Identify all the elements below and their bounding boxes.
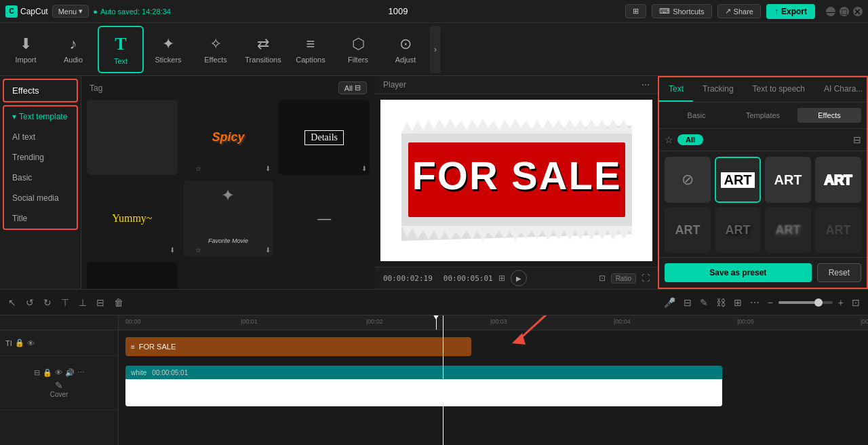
effect-shadow2[interactable]: ART (715, 207, 761, 253)
fullscreen-icon[interactable]: ⛶ (642, 273, 650, 283)
minimize-button[interactable]: — (826, 7, 835, 16)
fav-icon-spicy[interactable]: ☆ (195, 165, 201, 172)
share-icon: ↗ (725, 7, 731, 16)
right-tab-tracking[interactable]: Tracking (693, 77, 743, 102)
tool-captions[interactable]: ≡ Captions (288, 26, 334, 73)
menu-button[interactable]: Menu ▾ (52, 5, 90, 18)
zoom-in-button[interactable]: + (835, 294, 846, 311)
effect-bold-selected[interactable]: ART (715, 157, 761, 203)
nav-item-trending[interactable]: Trending (4, 147, 77, 168)
track-area: ≡ FOR SALE (119, 330, 868, 412)
tool-adjust[interactable]: ⊙ Adjust (382, 26, 429, 73)
sub-tab-templates[interactable]: Templates (731, 108, 795, 123)
split-top-button[interactable]: ⊤ (58, 294, 72, 311)
filter-sort-icon[interactable]: ⊟ (853, 134, 861, 145)
video-eye-icon[interactable]: 👁 (55, 368, 62, 376)
delete-button[interactable]: 🗑 (111, 294, 126, 311)
total-time: 00:00:05:01 (443, 274, 493, 283)
sub-tab-basic[interactable]: Basic (665, 108, 728, 123)
zoom-slider[interactable] (778, 301, 833, 304)
download-icon-yummy[interactable]: ⬇ (170, 246, 175, 254)
playhead[interactable] (436, 315, 437, 330)
reset-button[interactable]: Reset (817, 263, 861, 282)
shortcuts-button[interactable]: ⌨ Shortcuts (652, 4, 711, 18)
right-tab-ai-character[interactable]: AI Chara... (814, 77, 868, 102)
more-button[interactable]: ⋯ (747, 294, 762, 311)
effect-outline[interactable]: ART (815, 157, 861, 203)
effect-shadow1[interactable]: ART (665, 207, 711, 253)
template-item-yummy[interactable]: Yummy~ ⬇ (87, 180, 178, 256)
effects-header[interactable]: Effects (3, 79, 78, 102)
close-button[interactable]: ✕ (853, 7, 863, 16)
text-lock-icon[interactable]: 🔒 (15, 338, 24, 347)
tool-filters[interactable]: ⬡ Filters (335, 26, 381, 73)
template-item-movie[interactable]: ✦ Favorite Movie ☆ ⬇ (183, 180, 274, 256)
snap-button[interactable]: ⊞ (731, 294, 745, 311)
download-icon-spicy[interactable]: ⬇ (265, 165, 271, 172)
select-tool-button[interactable]: ↖ (5, 294, 19, 311)
video-track[interactable]: white 00:00:05:01 (125, 366, 722, 406)
undo-button[interactable]: ↺ (23, 294, 37, 311)
for-sale-track[interactable]: ≡ FOR SALE (125, 337, 471, 356)
layout-button[interactable]: ⊞ (625, 4, 646, 18)
nav-item-basic[interactable]: Basic (4, 168, 77, 188)
nav-item-social-media[interactable]: Social media (4, 188, 77, 208)
template-item-dash[interactable]: — (279, 180, 370, 256)
tool-import[interactable]: ⬇ Import (3, 26, 49, 73)
nav-item-title[interactable]: Title (4, 208, 77, 229)
tool-text[interactable]: T Text (98, 26, 144, 73)
tool-audio[interactable]: ♪ Audio (50, 26, 96, 73)
mic-button[interactable]: 🎤 (661, 294, 678, 311)
redo-button[interactable]: ↻ (41, 294, 54, 311)
export-button[interactable]: ↑ Export (766, 4, 815, 19)
screenshot-icon[interactable]: ⊡ (599, 273, 606, 283)
nav-item-text-template[interactable]: Text template (4, 107, 77, 127)
effect-white-bold[interactable]: ART (765, 157, 811, 203)
effect-blur[interactable]: ART (765, 207, 811, 253)
zoom-out-button[interactable]: − (765, 294, 776, 311)
edit-mode-button[interactable]: ✎ (697, 294, 711, 311)
timeline-toolbar: ↖ ↺ ↻ ⊤ ⊥ ⊟ 🗑 🎤 ⊟ ✎ ⛓ ⊞ ⋯ − + ⊡ (0, 290, 868, 315)
adjust-label: Adjust (395, 56, 416, 64)
time-mark-6: |00:0 (861, 318, 868, 325)
download-icon-movie[interactable]: ⬇ (265, 246, 271, 254)
template-item-empty[interactable] (87, 100, 178, 175)
split-mid-button[interactable]: ⊟ (94, 294, 107, 311)
maximize-button[interactable]: □ (840, 7, 849, 16)
tool-transitions[interactable]: ⇄ Transitions (240, 26, 286, 73)
right-tab-text-to-speech[interactable]: Text to speech (743, 77, 814, 102)
tool-stickers[interactable]: ✦ Stickers (145, 26, 191, 73)
ratio-button[interactable]: Ratio (611, 273, 636, 284)
template-item-details[interactable]: Details ⬇ (279, 100, 370, 175)
effect-none[interactable]: ⊘ (665, 157, 711, 203)
all-filter-button[interactable]: All ⊟ (338, 81, 367, 94)
link-tracks-button[interactable]: ⊟ (681, 294, 694, 311)
split-bottom-button[interactable]: ⊥ (76, 294, 90, 311)
text-eye-icon[interactable]: 👁 (27, 339, 35, 347)
video-lock-icon[interactable]: 🔒 (43, 368, 52, 377)
save-preset-button[interactable]: Save as preset (665, 263, 812, 282)
share-button[interactable]: ↗ Share (717, 4, 761, 18)
spicy-preview: Spicy (212, 130, 244, 144)
template-item-water[interactable]: New Water Bottle ↺ (183, 262, 274, 289)
right-tab-text[interactable]: Text (659, 77, 693, 102)
chain-button[interactable]: ⛓ (713, 294, 728, 311)
filter-star-icon[interactable]: ☆ (665, 134, 673, 145)
play-button[interactable]: ▶ (511, 270, 527, 286)
video-audio-icon[interactable]: 🔊 (65, 368, 75, 377)
player-menu-icon[interactable]: ⋯ (642, 80, 650, 90)
template-item-forsale[interactable]: FOR SALE ⬇ (87, 262, 178, 289)
sub-tab-effects[interactable]: Effects (797, 108, 861, 123)
fav-icon-movie[interactable]: ☆ (195, 246, 201, 254)
effect-neon[interactable]: ART (815, 207, 861, 253)
video-more-icon[interactable]: ⋯ (77, 368, 85, 377)
tool-effects[interactable]: ✧ Effects (193, 26, 239, 73)
cover-section[interactable]: ✎ Cover (50, 380, 68, 398)
download-icon-details[interactable]: ⬇ (361, 165, 367, 172)
filter-all-button[interactable]: All (677, 134, 703, 145)
toolbar-expand-button[interactable]: › (430, 26, 441, 73)
timeline-layout-icon[interactable]: ⊞ (498, 273, 505, 283)
fit-button[interactable]: ⊡ (849, 294, 863, 311)
template-item-spicy[interactable]: Spicy ☆ ⬇ (183, 100, 274, 175)
nav-item-ai-text[interactable]: AI text (4, 127, 77, 147)
